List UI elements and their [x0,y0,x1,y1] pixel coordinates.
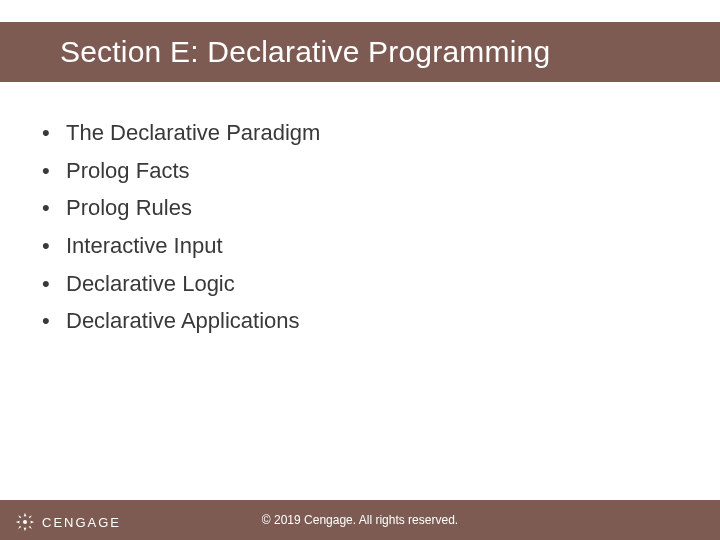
bullet-icon: • [42,269,66,299]
list-item: • Declarative Applications [42,306,662,336]
bullet-icon: • [42,118,66,148]
brand-mark-icon [14,511,36,533]
slide: Section E: Declarative Programming • The… [0,0,720,540]
list-item: • The Declarative Paradigm [42,118,662,148]
bullet-icon: • [42,306,66,336]
copyright-text: © 2019 Cengage. All rights reserved. [262,513,458,527]
list-item: • Prolog Facts [42,156,662,186]
brand-name: CENGAGE [42,515,121,530]
list-item-label: Declarative Applications [66,306,300,336]
title-band: Section E: Declarative Programming [0,22,720,82]
bullet-icon: • [42,156,66,186]
svg-point-0 [23,520,27,524]
body-content: • The Declarative Paradigm • Prolog Fact… [42,118,662,344]
bullet-icon: • [42,193,66,223]
bullet-icon: • [42,231,66,261]
slide-title: Section E: Declarative Programming [60,35,550,69]
list-item-label: Prolog Facts [66,156,190,186]
list-item: • Prolog Rules [42,193,662,223]
list-item-label: Prolog Rules [66,193,192,223]
list-item-label: Interactive Input [66,231,223,261]
list-item: • Declarative Logic [42,269,662,299]
brand-logo: CENGAGE [14,511,121,533]
footer-band: CENGAGE © 2019 Cengage. All rights reser… [0,500,720,540]
list-item-label: The Declarative Paradigm [66,118,320,148]
list-item: • Interactive Input [42,231,662,261]
list-item-label: Declarative Logic [66,269,235,299]
